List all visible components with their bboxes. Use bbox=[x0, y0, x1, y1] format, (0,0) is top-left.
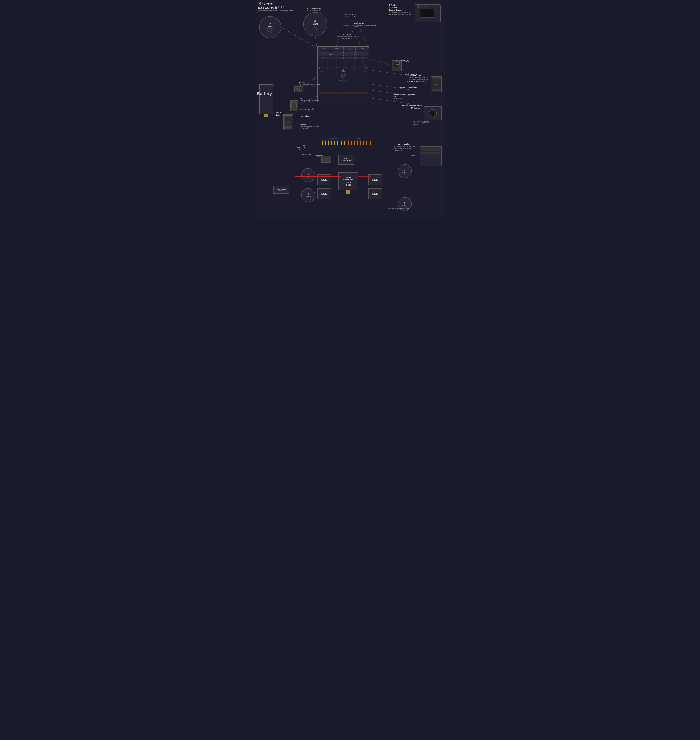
esc-box-4: ESC bbox=[368, 188, 382, 199]
fpv-camera-component bbox=[424, 106, 442, 120]
secondary-gps-component: ▲ M9N GPS MODULE bbox=[303, 12, 327, 36]
esc-box-1: ESC bbox=[317, 174, 331, 185]
port-dsmrc: DSM RC bbox=[356, 51, 368, 53]
fpv-camera-label: SIYI HD FPV IP Camera bbox=[411, 104, 422, 109]
flight-controller-board: CAN1 TELEM3 |||| TE M2 TELEM1 CAN2 GPS2 … bbox=[317, 46, 369, 102]
svg-line-8 bbox=[315, 35, 317, 50]
lidar-label: ST VL53L1X Lidar bbox=[273, 111, 284, 116]
transmitter-antenna-2 bbox=[437, 5, 437, 8]
battery-component bbox=[259, 84, 273, 114]
transmitter-label: SIYI MK15 Transmitter Ground Station RC,… bbox=[389, 4, 413, 15]
port-gps2: GPS2 bbox=[331, 51, 343, 53]
battery-connector bbox=[264, 114, 268, 118]
port-gps1: GPS1 bbox=[318, 54, 343, 56]
ethernet-plug-icon bbox=[296, 87, 302, 91]
pdb-component: Power Distribution Board (PDB) bbox=[338, 172, 358, 190]
spi-label: Serial Peripheral Interface Bus For SPI … bbox=[393, 94, 417, 99]
port-can1: CAN1 bbox=[318, 47, 330, 50]
port-power2: POWER2 bbox=[319, 92, 343, 94]
fmu-debug-label: FMU Debug Port bbox=[300, 115, 313, 117]
telemetry-antenna-icon bbox=[440, 74, 440, 77]
power-module-model: PM02D bbox=[279, 190, 284, 191]
port-adio: AD&I/O bbox=[343, 54, 368, 56]
esc-box-3: ESC bbox=[368, 174, 382, 185]
motor-3-arrow-icon: ↻ bbox=[307, 173, 309, 175]
gps-primary-inner-circle bbox=[268, 30, 272, 34]
i2c-splitter-component bbox=[290, 100, 298, 111]
fc-grid-texture bbox=[319, 59, 368, 75]
svg-rect-4 bbox=[298, 88, 299, 90]
esc-box-2: ESC bbox=[317, 188, 331, 199]
uart4-i2c-label: UART4 & I2C UART & I2C Port bbox=[345, 14, 356, 17]
transmitter-screen bbox=[420, 9, 434, 18]
fc-pixhawk-label: pixhawk 6X bbox=[339, 79, 347, 81]
svg-line-12 bbox=[370, 59, 391, 65]
motor-2-arrow-icon: ↺ bbox=[307, 193, 309, 196]
servo-motor-label: Servo Motor bbox=[301, 154, 310, 156]
svg-rect-5 bbox=[299, 88, 299, 90]
motor-1-component: ↺ Motor 1 CCW bbox=[398, 164, 412, 178]
gps-secondary-model: M9N bbox=[313, 23, 318, 25]
s-bus-label: S.Bus bbox=[410, 154, 415, 156]
gps-primary-arrow-icon: ▲ bbox=[268, 21, 272, 25]
mk15-receiver-component bbox=[420, 146, 442, 166]
mk15-receiver-label: SIYI MK15 Receiver RC, telemetry, and 10… bbox=[394, 143, 418, 151]
ethernet-label: Ethernet For ethernet devices & high spe… bbox=[299, 81, 323, 87]
telemetry-radio-component: 433 bbox=[431, 76, 442, 92]
brand-logo: Holybro bbox=[257, 2, 285, 5]
fmu-pwm-numbers: 8 bbox=[322, 140, 323, 141]
gps-primary-model: M8N bbox=[268, 25, 272, 28]
gps-secondary-subtitle: GPS MODULE bbox=[312, 25, 318, 26]
transmitter-antenna-1 bbox=[418, 5, 419, 8]
gps-primary-subtitle: GPS MODULE bbox=[267, 28, 274, 29]
power-module-label: Power Module bbox=[276, 188, 286, 190]
fc-brand-area: pixhawk 6X bbox=[339, 74, 347, 81]
lidar-lens-icon bbox=[287, 121, 290, 124]
port-power1: POWER1 bbox=[344, 92, 368, 94]
port-can2: CAN2 bbox=[318, 51, 330, 53]
rc-in-label: RC IN bbox=[317, 141, 318, 144]
primary-gps-component: ▲ M8N GPS MODULE bbox=[259, 16, 281, 38]
motor-4-arrow-icon: ↻ bbox=[404, 202, 406, 204]
lidar-component bbox=[283, 114, 293, 130]
battery-note: Depending on main battery voltage, conne… bbox=[387, 207, 411, 211]
transmitter-component bbox=[415, 4, 441, 22]
diagram-container: Holybro pixhawk® 6X Primary GPS With Int… bbox=[255, 0, 445, 220]
dsm-rc-label: DSM RC For Spektrum DSM Receiver bbox=[396, 59, 414, 63]
port-telem1: TELEM1 bbox=[356, 47, 368, 50]
port-telem3: TELEM3 bbox=[331, 47, 343, 50]
motor-3-component: ↻ Motor 3 CW bbox=[301, 168, 315, 182]
fmu-pwm-label: FMU PWM OUT bbox=[321, 138, 346, 140]
io-pwm-label: I/O PWM OUT bbox=[347, 138, 372, 140]
primary-gps-label: Primary GPS With Intergrated Compass, LE… bbox=[257, 8, 293, 12]
svg-rect-3 bbox=[297, 88, 298, 90]
bec-note: If telemetry radio requires external pow… bbox=[413, 120, 433, 126]
power-module-component: Power Module PM02D bbox=[273, 186, 289, 194]
holybro-brand-text: Holybro bbox=[262, 2, 273, 5]
svg-rect-6 bbox=[299, 88, 300, 90]
pwm-section: RC IN FMU PWM OUT 8 7 6 5 4 3 2 1 bbox=[314, 137, 372, 148]
universal-serial-label: Universal Serial Bus bbox=[399, 86, 417, 88]
can1-2-label: CAN1 & 2 Conrtoller Area Network port fo… bbox=[333, 34, 361, 40]
telem2-3-label: TELEM2 & 3 Serial (UART) port for compan… bbox=[341, 22, 377, 28]
motor-1-arrow-icon: ↺ bbox=[404, 169, 406, 171]
secondary-gps-label: Secondary GPS For Dual GPS System bbox=[307, 8, 321, 11]
battery-main-label: Battery bbox=[257, 91, 272, 96]
bec-component: BEC (For Servo) bbox=[338, 154, 354, 165]
power2-label: Power2 For seconday power source as back… bbox=[300, 124, 320, 129]
svg-text:DSM: DSM bbox=[395, 63, 399, 65]
camera-lens-icon bbox=[429, 109, 437, 117]
port-telem2: TE M2 bbox=[344, 49, 355, 50]
gps-secondary-inner-circle bbox=[313, 27, 317, 30]
port-uart4i2c: UART4&I2C bbox=[343, 51, 356, 53]
transmitter-buttons bbox=[422, 6, 428, 7]
micro-sd-label: Micro SD card slot For log recording bbox=[300, 108, 315, 112]
sbus-ppm-label: To any SBUS/PPM Receiver bbox=[297, 141, 305, 154]
ethernet-port-component bbox=[294, 86, 303, 92]
i2c-label: I2C Splitter for multiple I2C devices bbox=[300, 98, 319, 102]
holybro-shield-icon bbox=[257, 2, 261, 5]
gps-secondary-arrow-icon: ▲ bbox=[313, 18, 317, 23]
power-connectors-row: POWER2 POWER1 bbox=[318, 91, 368, 95]
pdb-connector bbox=[346, 190, 350, 194]
telemetry-radio-label: Telemetry Radio To provide a wireless MA… bbox=[409, 74, 429, 82]
